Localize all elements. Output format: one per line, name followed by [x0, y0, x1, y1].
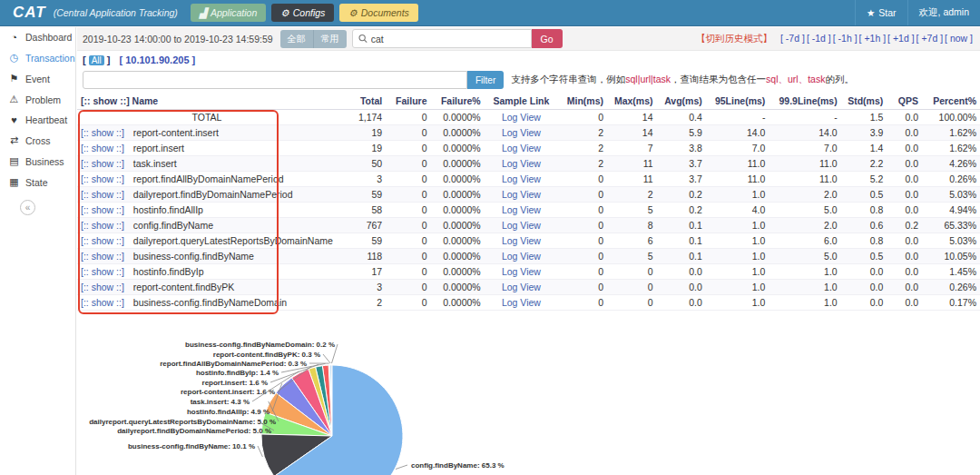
show-link[interactable]: [:: show ::] — [81, 251, 124, 262]
log-view-link[interactable]: Log View — [502, 189, 541, 200]
sidebar-item-event[interactable]: ⚑Event — [0, 68, 75, 89]
log-view-link[interactable]: Log View — [502, 297, 541, 308]
column-header[interactable]: Min(ms) — [558, 93, 607, 110]
cell-qps: 0.0 — [887, 172, 922, 187]
column-header[interactable]: Percent% — [922, 93, 980, 110]
search-box[interactable] — [352, 29, 532, 48]
column-header[interactable]: QPS — [887, 93, 922, 110]
cell-95line: 1.0 — [706, 249, 769, 264]
tab-application[interactable]: ▟ Application — [191, 4, 266, 22]
row-name: report.insert — [133, 143, 184, 153]
time-link-+1h[interactable]: [ +1h ] — [859, 33, 886, 44]
show-link[interactable]: [:: show ::] — [81, 158, 124, 169]
cell-name: [:: show ::]report-content.findByPK — [77, 280, 337, 295]
time-link--1d[interactable]: [ -1d ] — [807, 33, 831, 44]
log-view-link[interactable]: Log View — [502, 112, 541, 123]
time-link-now[interactable]: [ now ] — [945, 33, 973, 44]
sidebar-item-heartbeat[interactable]: ♥Heartbeat — [0, 110, 75, 130]
star-button[interactable]: ★ Star — [855, 0, 907, 25]
log-view-link[interactable]: Log View — [502, 127, 541, 138]
show-link[interactable]: [:: show ::] — [81, 127, 124, 138]
column-header[interactable]: Failure% — [431, 93, 485, 110]
show-link[interactable]: [:: show ::] — [81, 189, 124, 200]
filter-button[interactable]: Filter — [467, 71, 504, 89]
time-link--1h[interactable]: [ -1h ] — [833, 33, 858, 44]
frequent-domains-button[interactable]: 常用 — [314, 30, 347, 48]
cell-999line: 2.0 — [769, 218, 840, 233]
sidebar-item-transaction[interactable]: ◷Transaction — [0, 47, 75, 68]
show-link[interactable]: [:: show ::] — [81, 266, 124, 277]
cell-999line: 5.0 — [769, 249, 840, 264]
column-header[interactable]: 99.9Line(ms) — [769, 93, 840, 110]
sidebar-item-state[interactable]: ▦State — [0, 172, 75, 193]
sidebar-item-problem[interactable]: ⚠Problem — [0, 89, 75, 110]
cell-999line: 2.0 — [769, 187, 840, 203]
log-view-link[interactable]: Log View — [502, 204, 541, 215]
cell-sample-link: Log View — [485, 187, 559, 203]
show-link[interactable]: [:: show ::] — [81, 143, 124, 153]
machine-all-button[interactable]: All — [89, 55, 104, 65]
log-view-link[interactable]: Log View — [502, 235, 541, 246]
cell-failure: 0 — [386, 172, 430, 187]
time-link-+1d[interactable]: [ +1d ] — [887, 33, 914, 44]
search-input[interactable] — [371, 34, 525, 45]
row-name: business-config.findByNameDomain — [133, 297, 287, 308]
log-view-link[interactable]: Log View — [502, 143, 541, 153]
filter-input[interactable] — [83, 71, 467, 89]
tab-configs[interactable]: ⚙ Configs — [271, 4, 334, 22]
cell-std: 1.5 — [841, 110, 887, 125]
cell-name: [:: show ::]business-config.findByNameDo… — [77, 295, 337, 311]
cell-999line: 6.0 — [769, 233, 840, 249]
log-view-link[interactable]: Log View — [502, 220, 541, 231]
cell-percent: 0.26% — [922, 172, 980, 187]
column-header[interactable]: Max(ms) — [607, 93, 657, 110]
table-row: [:: show ::]hostinfo.findByIp1700.0000%L… — [77, 264, 980, 280]
column-header[interactable]: Std(ms) — [841, 93, 887, 110]
history-mode-link[interactable]: 【切到历史模式】 — [696, 33, 772, 44]
time-link--7d[interactable]: [ -7d ] — [780, 33, 805, 44]
log-view-link[interactable]: Log View — [502, 173, 541, 184]
cell-95line: 1.0 — [706, 264, 769, 280]
cell-max: 5 — [607, 203, 657, 218]
hint-text: 的列。 — [825, 74, 854, 84]
machine-ip-link[interactable]: [ 10.101.90.205 ] — [119, 54, 195, 65]
show-link[interactable]: [:: show ::] — [81, 297, 124, 308]
show-link[interactable]: [:: show ::] — [81, 173, 124, 184]
column-header[interactable]: Failure — [386, 93, 430, 110]
show-link[interactable]: [:: show ::] — [81, 282, 124, 292]
table-row: [:: show ::]report.findAllByDomainNamePe… — [77, 172, 980, 187]
cell-qps: 0.0 — [887, 233, 922, 249]
sidebar-item-business[interactable]: ▤Business — [0, 151, 75, 172]
heart-icon: ♥ — [8, 114, 20, 125]
flag-icon: ⚑ — [8, 73, 20, 84]
tab-documents[interactable]: ⚙ Documents — [339, 4, 418, 22]
show-link[interactable]: [:: show ::] — [81, 204, 124, 215]
filter-row: Filter 支持多个字符串查询，例如sql|url|task，查询结果为包含任… — [77, 69, 980, 91]
time-link-+7d[interactable]: [ +7d ] — [916, 33, 943, 44]
cell-failure-pct: 0.0000% — [431, 172, 485, 187]
all-domains-button[interactable]: 全部 — [280, 30, 314, 48]
log-view-link[interactable]: Log View — [502, 251, 541, 262]
sidebar-collapse-button[interactable]: « — [20, 200, 35, 215]
cell-name: [:: show ::]hostinfo.findByIp — [77, 264, 337, 280]
cell-max: 8 — [607, 218, 657, 233]
log-view-link[interactable]: Log View — [502, 266, 541, 277]
log-view-link[interactable]: Log View — [502, 282, 541, 292]
log-view-link[interactable]: Log View — [502, 158, 541, 169]
sidebar-item-dashboard[interactable]: ◔Dashboard — [0, 27, 75, 47]
column-header[interactable]: Avg(ms) — [657, 93, 706, 110]
sidebar-item-cross[interactable]: ⇄Cross — [0, 130, 75, 151]
column-header-name[interactable]: [:: show ::] Name — [77, 93, 337, 110]
cell-std: 0.8 — [841, 233, 887, 249]
column-header[interactable]: Sample Link — [485, 93, 559, 110]
column-header[interactable]: 95Line(ms) — [706, 93, 769, 110]
cell-max: 0 — [607, 295, 657, 311]
go-button[interactable]: Go — [532, 29, 563, 48]
column-header[interactable]: Total — [337, 93, 386, 110]
show-link[interactable]: [:: show ::] — [81, 220, 124, 231]
show-link[interactable]: [:: show ::] — [81, 235, 124, 246]
cell-999line: 11.0 — [769, 156, 840, 172]
cell-min: 0 — [558, 233, 607, 249]
cell-sample-link: Log View — [485, 233, 559, 249]
cell-min: 2 — [558, 141, 607, 156]
